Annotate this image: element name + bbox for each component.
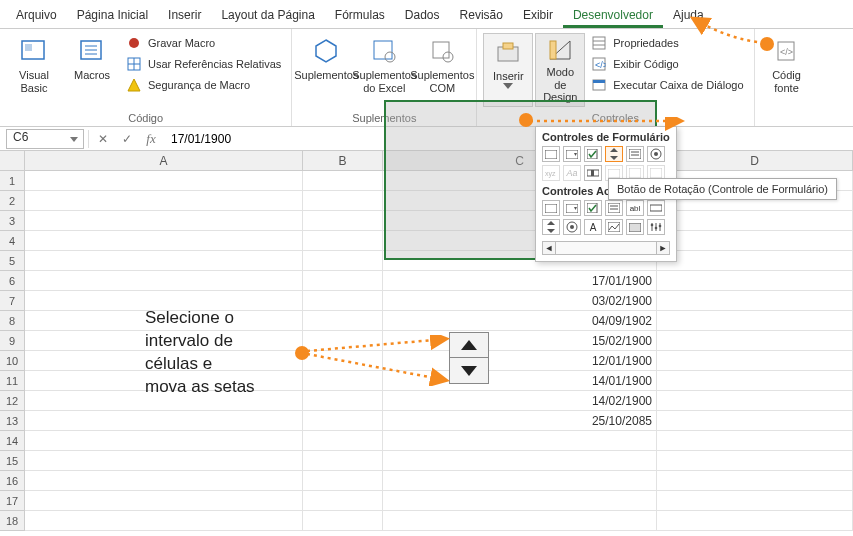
cell-D13[interactable] [657, 411, 853, 431]
cell-D16[interactable] [657, 471, 853, 491]
menu-inserir[interactable]: Inserir [158, 4, 211, 28]
activex-checkbox-icon[interactable] [584, 200, 602, 216]
cell-B17[interactable] [303, 491, 383, 511]
suplementos-com-button[interactable]: SuplementosCOM [414, 33, 470, 96]
cell-B3[interactable] [303, 211, 383, 231]
activex-label-icon[interactable]: A [584, 219, 602, 235]
accept-formula-button[interactable]: ✓ [117, 129, 137, 149]
row-head-2[interactable]: 2 [0, 191, 25, 211]
cell-A15[interactable] [25, 451, 303, 471]
activex-spinbutton-icon[interactable] [542, 219, 560, 235]
row-head-18[interactable]: 18 [0, 511, 25, 531]
cancel-formula-button[interactable]: ✕ [93, 129, 113, 149]
row-head-1[interactable]: 1 [0, 171, 25, 191]
propriedades-button[interactable]: Propriedades [587, 33, 747, 53]
cell-C16[interactable] [383, 471, 657, 491]
col-head-d[interactable]: D [657, 151, 853, 171]
cell-B9[interactable] [303, 331, 383, 351]
activex-image-icon[interactable] [605, 219, 623, 235]
menu-dados[interactable]: Dados [395, 4, 450, 28]
formula-input[interactable] [165, 132, 851, 146]
cell-B8[interactable] [303, 311, 383, 331]
cell-D3[interactable] [657, 211, 853, 231]
menu-desenvolvedor[interactable]: Desenvolvedor [563, 4, 663, 28]
fx-button[interactable]: fx [141, 129, 161, 149]
menu-arquivo[interactable]: Arquivo [6, 4, 67, 28]
cell-D8[interactable] [657, 311, 853, 331]
col-head-a[interactable]: A [25, 151, 303, 171]
cell-D15[interactable] [657, 451, 853, 471]
select-all-corner[interactable] [0, 151, 25, 171]
cell-B1[interactable] [303, 171, 383, 191]
scroll-left-button[interactable]: ◄ [542, 241, 556, 255]
cell-A18[interactable] [25, 511, 303, 531]
cell-A3[interactable] [25, 211, 303, 231]
form-spinbutton-icon[interactable] [605, 146, 623, 162]
cell-A14[interactable] [25, 431, 303, 451]
menu-ajuda[interactable]: Ajuda [663, 4, 714, 28]
cell-A6[interactable] [25, 271, 303, 291]
menu-formulas[interactable]: Fórmulas [325, 4, 395, 28]
menu-revisao[interactable]: Revisão [450, 4, 513, 28]
cell-A2[interactable] [25, 191, 303, 211]
cell-C10[interactable]: 12/01/1900 [383, 351, 657, 371]
cell-C7[interactable]: 03/02/1900 [383, 291, 657, 311]
cell-C6[interactable]: 17/01/1900 [383, 271, 657, 291]
activex-button-icon[interactable] [542, 200, 560, 216]
cell-C15[interactable] [383, 451, 657, 471]
modo-design-button[interactable]: Modo deDesign [535, 33, 585, 107]
cell-A5[interactable] [25, 251, 303, 271]
cell-B10[interactable] [303, 351, 383, 371]
macros-button[interactable]: Macros [64, 33, 120, 84]
gravar-macro-button[interactable]: Gravar Macro [122, 33, 285, 53]
row-head-6[interactable]: 6 [0, 271, 25, 291]
row-head-3[interactable]: 3 [0, 211, 25, 231]
visual-basic-button[interactable]: VisualBasic [6, 33, 62, 96]
cell-A1[interactable] [25, 171, 303, 191]
row-head-10[interactable]: 10 [0, 351, 25, 371]
cell-A17[interactable] [25, 491, 303, 511]
spin-down-button[interactable] [450, 358, 488, 383]
activex-listbox-icon[interactable] [605, 200, 623, 216]
cell-D7[interactable] [657, 291, 853, 311]
cell-D9[interactable] [657, 331, 853, 351]
activex-scrollbar-icon[interactable] [647, 200, 665, 216]
cell-B5[interactable] [303, 251, 383, 271]
row-head-5[interactable]: 5 [0, 251, 25, 271]
row-head-4[interactable]: 4 [0, 231, 25, 251]
cell-B15[interactable] [303, 451, 383, 471]
row-head-11[interactable]: 11 [0, 371, 25, 391]
cell-D11[interactable] [657, 371, 853, 391]
menu-pagina-inicial[interactable]: Página Inicial [67, 4, 158, 28]
spin-button-control[interactable] [449, 332, 489, 384]
cell-B12[interactable] [303, 391, 383, 411]
cell-C18[interactable] [383, 511, 657, 531]
cell-A4[interactable] [25, 231, 303, 251]
inserir-controle-button[interactable]: Inserir [483, 33, 533, 107]
cell-C9[interactable]: 15/02/1900 [383, 331, 657, 351]
cell-B4[interactable] [303, 231, 383, 251]
cell-B2[interactable] [303, 191, 383, 211]
cell-C12[interactable]: 14/02/1900 [383, 391, 657, 411]
cell-C14[interactable] [383, 431, 657, 451]
cell-D14[interactable] [657, 431, 853, 451]
row-head-14[interactable]: 14 [0, 431, 25, 451]
activex-togglebutton-icon[interactable] [626, 219, 644, 235]
row-head-8[interactable]: 8 [0, 311, 25, 331]
menu-layout-da-pagina[interactable]: Layout da Página [211, 4, 324, 28]
suplementos-excel-button[interactable]: Suplementosdo Excel [356, 33, 412, 96]
scroll-track[interactable] [556, 241, 656, 255]
col-head-b[interactable]: B [303, 151, 383, 171]
form-optionbutton-icon[interactable] [647, 146, 665, 162]
row-head-16[interactable]: 16 [0, 471, 25, 491]
row-head-9[interactable]: 9 [0, 331, 25, 351]
row-head-17[interactable]: 17 [0, 491, 25, 511]
cell-B13[interactable] [303, 411, 383, 431]
cell-D5[interactable] [657, 251, 853, 271]
activex-combobox-icon[interactable] [563, 200, 581, 216]
form-listbox-icon[interactable] [626, 146, 644, 162]
seguranca-macro-button[interactable]: Segurança de Macro [122, 75, 285, 95]
menu-exibir[interactable]: Exibir [513, 4, 563, 28]
form-button-icon[interactable] [542, 146, 560, 162]
cell-B18[interactable] [303, 511, 383, 531]
